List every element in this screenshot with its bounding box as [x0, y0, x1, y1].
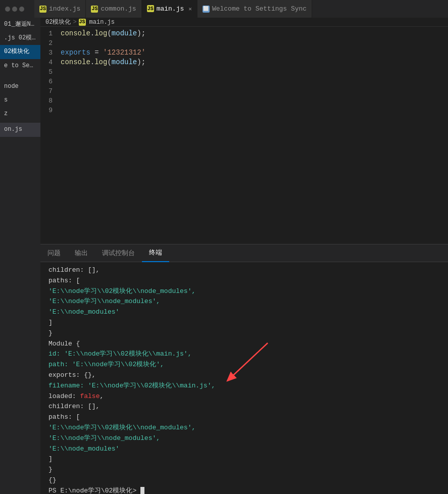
sidebar-item-label: z: [4, 110, 8, 117]
tab-icon-page: ⬜: [203, 6, 210, 13]
code-line-7: 7: [40, 86, 448, 96]
dot-1: [5, 7, 10, 12]
line-number-2: 2: [40, 38, 61, 48]
breadcrumb-separator: >: [73, 19, 76, 26]
terminal-line-18: 'E:\\node_modules': [48, 444, 440, 455]
code-line-3: 3 exports = '12321312': [40, 48, 448, 58]
terminal-line-14: children: [],: [48, 402, 440, 412]
line-number-3: 3: [40, 48, 61, 58]
panel-tab-terminal[interactable]: 终端: [142, 244, 169, 262]
sidebar-item-label: on.js: [4, 126, 22, 133]
breadcrumb-file: main.js: [89, 19, 115, 26]
terminal-line-19: ]: [48, 454, 440, 465]
terminal-line-6: ]: [48, 318, 440, 328]
sidebar-item-label: .js 02模块化: [4, 34, 40, 41]
code-line-4: 4 console.log(module);: [40, 58, 448, 67]
dot-3: [19, 7, 24, 12]
tab-label: common.js: [101, 5, 136, 13]
line-number-6: 6: [40, 77, 61, 86]
panel-tabs: 问题 输出 调试控制台 终端: [40, 244, 448, 262]
terminal-content[interactable]: children: [], paths: [ 'E:\\node学习\\02模块…: [40, 262, 448, 494]
panel-tab-output[interactable]: 输出: [68, 244, 95, 262]
tab-settings[interactable]: ⬜ Welcome to Settings Sync: [197, 0, 312, 18]
terminal-line-15: paths: [: [48, 412, 440, 423]
code-lines: 1 console.log(module); 2 3 exports = '12…: [40, 27, 448, 244]
terminal-line-10: path: 'E:\\node学习\\02模块化',: [48, 360, 440, 370]
sidebar-item-s[interactable]: s: [0, 93, 40, 107]
dot-2: [12, 7, 17, 12]
terminal-line-17: 'E:\\node学习\\node_modules',: [48, 433, 440, 444]
title-bar: [0, 0, 34, 18]
tab-label: main.js: [157, 5, 184, 13]
terminal-line-7: }: [48, 328, 440, 339]
terminal-line-13: loaded: false,: [48, 391, 440, 402]
terminal-line-2: paths: [: [48, 276, 440, 286]
sidebar: 01_邂逅Node .js 02模块化 02模块化 e to Settin...…: [0, 18, 40, 494]
code-line-2: 2: [40, 38, 448, 48]
code-line-9: 9: [40, 106, 448, 115]
code-line-5: 5: [40, 67, 448, 77]
sidebar-item-label: e to Settin...: [4, 62, 40, 69]
terminal-panel: 问题 输出 调试控制台 终端 children: [], paths: [ 'E…: [40, 244, 448, 494]
sidebar-item-label: s: [4, 96, 8, 104]
panel-tab-label: 调试控制台: [102, 249, 135, 258]
line-number-7: 7: [40, 86, 61, 96]
sidebar-item-jsmod[interactable]: .js 02模块化: [0, 31, 40, 45]
tab-label: index.js: [49, 5, 80, 13]
tab-icon-js: JS: [39, 6, 46, 13]
line-content-3: exports = '12321312': [61, 48, 448, 58]
terminal-line-11: exports: {},: [48, 370, 440, 381]
editor-area: 02模块化 > JS main.js 1 console.log(module)…: [40, 18, 448, 494]
panel-tab-problems[interactable]: 问题: [40, 244, 68, 262]
terminal-line-12: filename: 'E:\\node学习\\02模块化\\main.js',: [48, 381, 440, 391]
breadcrumb-icon: JS: [79, 19, 86, 26]
breadcrumb-folder: 02模块化: [45, 18, 71, 26]
tab-bar: JS index.js JS common.js JS main.js ✕ ⬜ …: [34, 0, 448, 18]
sidebar-item-mod2[interactable]: 02模块化: [0, 45, 40, 59]
panel-tab-debug[interactable]: 调试控制台: [95, 244, 142, 262]
sidebar-item-z[interactable]: z: [0, 107, 40, 121]
terminal-line-22: PS E:\node学习\02模块化>: [48, 486, 440, 494]
panel-tab-label: 问题: [47, 249, 61, 258]
tab-icon-js2: JS: [91, 6, 98, 13]
terminal-line-5: 'E:\\node_modules': [48, 307, 440, 318]
terminal-line-9: id: 'E:\\node学习\\02模块化\\main.js',: [48, 349, 440, 360]
tab-close-button[interactable]: ✕: [188, 6, 192, 12]
line-number-5: 5: [40, 67, 61, 77]
line-number-8: 8: [40, 96, 61, 106]
tab-label: Welcome to Settings Sync: [212, 5, 307, 13]
main-layout: 01_邂逅Node .js 02模块化 02模块化 e to Settin...…: [0, 18, 448, 494]
line-number-9: 9: [40, 106, 61, 115]
code-line-8: 8: [40, 96, 448, 106]
sidebar-item-label: 02模块化: [4, 48, 29, 55]
panel-tab-label: 终端: [149, 248, 162, 257]
sidebar-item-sett[interactable]: e to Settin...: [0, 59, 40, 73]
tab-main[interactable]: JS main.js ✕: [142, 0, 197, 18]
terminal-line-1: children: [],: [48, 265, 440, 276]
terminal-line-20: }: [48, 465, 440, 475]
tab-index[interactable]: JS index.js: [34, 0, 86, 18]
terminal-line-3: 'E:\\node学习\\02模块化\\node_modules',: [48, 286, 440, 297]
window-controls: [5, 7, 24, 12]
sidebar-item-label: 01_邂逅Node: [4, 21, 40, 28]
terminal-line-8: Module {: [48, 339, 440, 350]
line-content-1: console.log(module);: [61, 29, 448, 38]
sidebar-item-onjs[interactable]: on.js: [0, 123, 40, 136]
panel-tab-label: 输出: [75, 249, 88, 258]
sidebar-item-label: node: [4, 83, 19, 90]
terminal-line-4: 'E:\\node学习\\node_modules',: [48, 297, 440, 307]
code-line-6: 6: [40, 77, 448, 86]
line-number-4: 4: [40, 58, 61, 67]
terminal-line-16: 'E:\\node学习\\02模块化\\node_modules',: [48, 423, 440, 433]
tab-common[interactable]: JS common.js: [86, 0, 141, 18]
line-number-1: 1: [40, 29, 61, 38]
terminal-line-21: {}: [48, 475, 440, 486]
code-editor[interactable]: 1 console.log(module); 2 3 exports = '12…: [40, 27, 448, 244]
sidebar-item-node2[interactable]: node: [0, 80, 40, 93]
tab-icon-js3: JS: [147, 5, 154, 12]
line-content-4: console.log(module);: [61, 58, 448, 67]
sidebar-item-node[interactable]: 01_邂逅Node: [0, 18, 40, 31]
code-line-1: 1 console.log(module);: [40, 29, 448, 38]
breadcrumb: 02模块化 > JS main.js: [40, 18, 448, 27]
title-tab-bar: JS index.js JS common.js JS main.js ✕ ⬜ …: [0, 0, 448, 18]
